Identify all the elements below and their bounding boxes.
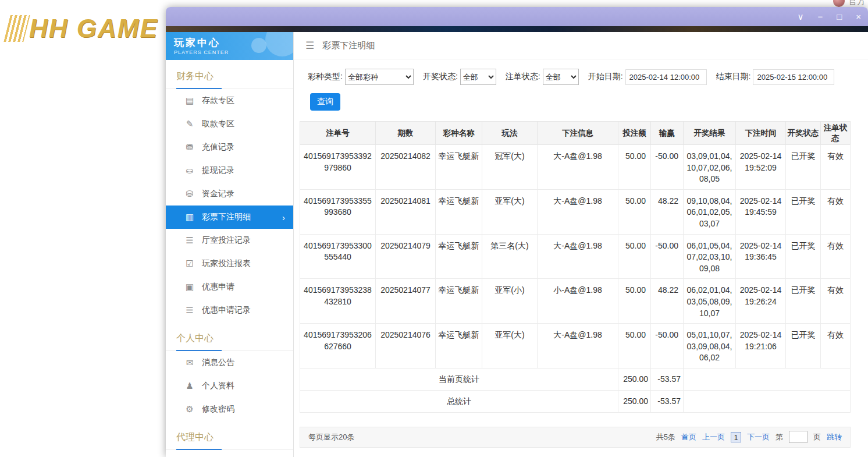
cell-play-type: 亚军(小) <box>482 279 538 324</box>
window-menu-button[interactable]: ∨ <box>797 12 803 21</box>
official-link[interactable]: 官方 <box>833 0 866 7</box>
first-page-link[interactable]: 首页 <box>681 432 696 442</box>
current-page-button[interactable]: 1 <box>731 432 741 442</box>
cell-bet-id: 401569173953238432810 <box>300 279 376 324</box>
cell-bet-id: 401569173953206627660 <box>300 324 376 369</box>
sidebar-item-label: 彩票下注明细 <box>202 212 251 222</box>
summary-label: 总统计 <box>300 390 618 412</box>
jump-link[interactable]: 跳转 <box>827 432 842 442</box>
next-page-link[interactable]: 下一页 <box>747 432 770 442</box>
cell-bet-status: 有效 <box>821 234 851 279</box>
section-agent-center: 代理中心 <box>166 427 293 450</box>
cell-bet-amount: 50.00 <box>618 145 651 190</box>
sidebar-item-withdrawal-record[interactable]: ⛀ 提现记录 <box>166 159 293 182</box>
sidebar-item-promo-apply[interactable]: ▣ 优惠申请 <box>166 275 293 299</box>
col-bet-time: 下注时间 <box>736 122 786 145</box>
col-draw-result: 开奖结果 <box>684 122 736 145</box>
sidebar-item-lottery-bet-detail[interactable]: ▥ 彩票下注明细 › <box>166 206 293 229</box>
summary-winloss-total: -53.57 <box>651 390 684 412</box>
col-winloss: 输赢 <box>651 122 684 145</box>
sidebar-item-change-password[interactable]: ⚙ 修改密码 <box>166 398 293 421</box>
cell-bet-id: 401569173953392979860 <box>300 145 376 190</box>
cell-play-type: 亚军(大) <box>482 189 538 234</box>
promo-apply-icon: ▣ <box>183 282 196 292</box>
globe-icon <box>833 0 845 7</box>
table-row: 401569173953392979860 20250214082 幸运飞艇新 … <box>300 145 851 190</box>
cell-lottery-name: 幸运飞艇新 <box>436 324 482 369</box>
section-finance-center: 财务中心 <box>166 66 293 89</box>
sidebar-item-promo-record[interactable]: ☰ 优惠申请记录 <box>166 299 293 322</box>
menu-toggle-icon[interactable]: ☰ <box>305 40 314 52</box>
cell-period: 20250214082 <box>376 145 436 190</box>
cell-bet-info: 大-A盘@1.98 <box>538 324 618 369</box>
cell-draw-status: 已开奖 <box>786 279 821 324</box>
site-logo: HH GAME <box>7 14 158 43</box>
cell-play-type: 第三名(大) <box>482 234 538 279</box>
summary-label: 当前页统计 <box>300 368 618 390</box>
prev-page-link[interactable]: 上一页 <box>702 432 725 442</box>
sidebar-item-announcements[interactable]: ✉ 消息公告 <box>166 351 293 374</box>
filter-panel: 彩种类型: 全部彩种 开奖状态: 全部 注单状态: <box>294 59 868 119</box>
profile-icon: ♟ <box>183 381 196 391</box>
password-icon: ⚙ <box>183 404 196 415</box>
sidebar-item-label: 消息公告 <box>202 357 234 368</box>
sidebar-item-funds-record[interactable]: ⛁ 资金记录 <box>166 182 293 206</box>
cell-winloss: -50.00 <box>651 234 684 279</box>
sidebar-item-deposit[interactable]: ▤ 存款专区 <box>166 89 293 112</box>
screen: HH GAME 官方 ∨ − □ × 玩家中心 PLAYERS CENTER 财… <box>0 0 868 457</box>
funds-record-icon: ⛁ <box>183 189 196 199</box>
cell-bet-time: 2025-02-14 19:52:09 <box>736 145 786 190</box>
window-close-button[interactable]: × <box>856 12 861 21</box>
app-window: ∨ − □ × 玩家中心 PLAYERS CENTER 财务中心 ▤ 存款专区 <box>166 7 868 457</box>
window-maximize-button[interactable]: □ <box>837 12 842 21</box>
bet-table: 注单号 期数 彩种名称 玩法 下注信息 投注额 输赢 开奖结果 下注时间 开奖状… <box>300 121 851 413</box>
official-label: 官方 <box>848 0 866 7</box>
sidebar-item-recharge-record[interactable]: ⛃ 充值记录 <box>166 136 293 159</box>
cell-bet-time: 2025-02-14 19:36:45 <box>736 234 786 279</box>
page-summary-row: 当前页统计 250.00 -53.57 <box>300 368 851 390</box>
site-logo-text: HH GAME <box>29 14 158 43</box>
cell-bet-status: 有效 <box>821 145 851 190</box>
window-titlebar[interactable]: ∨ − □ × <box>166 7 868 26</box>
lottery-bet-detail-icon: ▥ <box>183 212 196 222</box>
sidebar-item-profile[interactable]: ♟ 个人资料 <box>166 374 293 398</box>
logo-bars-icon <box>3 15 30 42</box>
draw-status-label: 开奖状态: <box>423 72 458 82</box>
sidebar-item-withdraw[interactable]: ✎ 取款专区 <box>166 112 293 136</box>
end-date-input[interactable] <box>753 69 834 85</box>
col-bet-info: 下注信息 <box>538 122 618 145</box>
col-bet-amount: 投注额 <box>618 122 651 145</box>
draw-status-select[interactable]: 全部 <box>460 69 496 85</box>
lottery-type-select[interactable]: 全部彩种 <box>345 69 414 85</box>
start-date-label: 开始日期: <box>588 72 623 82</box>
sidebar-item-label: 存款专区 <box>202 95 234 106</box>
cell-bet-info: 小-A盘@1.98 <box>538 279 618 324</box>
window-minimize-button[interactable]: − <box>817 12 823 21</box>
cell-winloss: -50.00 <box>651 145 684 190</box>
cell-draw-result: 06,01,05,04,07,02,03,10,09,08 <box>684 234 736 279</box>
goto-suffix-text: 页 <box>813 432 821 442</box>
cell-bet-info: 大-A盘@1.98 <box>538 145 618 190</box>
query-button[interactable]: 查询 <box>310 93 340 111</box>
cell-period: 20250214081 <box>376 189 436 234</box>
cell-winloss: 48.22 <box>651 189 684 234</box>
cell-draw-status: 已开奖 <box>786 234 821 279</box>
section-personal-center: 个人中心 <box>166 328 293 351</box>
main-topbar: ☰ 彩票下注明细 <box>294 32 868 59</box>
window-body: 玩家中心 PLAYERS CENTER 财务中心 ▤ 存款专区 ✎ 取款专区 ⛃ <box>166 32 868 457</box>
cell-bet-id: 401569173953300555440 <box>300 234 376 279</box>
cell-bet-time: 2025-02-14 19:26:24 <box>736 279 786 324</box>
cell-bet-amount: 50.00 <box>618 189 651 234</box>
sidebar-item-player-report[interactable]: ☑ 玩家投注报表 <box>166 252 293 275</box>
summary-bet-total: 250.00 <box>618 390 651 412</box>
sidebar-item-hall-bet-record[interactable]: ☰ 厅室投注记录 <box>166 229 293 252</box>
sidebar-item-label: 修改密码 <box>202 404 234 415</box>
start-date-input[interactable] <box>625 69 707 85</box>
sidebar-item-label: 充值记录 <box>202 142 234 153</box>
page-number-input[interactable] <box>789 431 807 443</box>
lottery-type-label: 彩种类型: <box>308 72 343 82</box>
withdrawal-record-icon: ⛀ <box>183 165 196 176</box>
bet-status-select[interactable]: 全部 <box>543 69 579 85</box>
finance-menu: ▤ 存款专区 ✎ 取款专区 ⛃ 充值记录 ⛀ 提现记录 <box>166 89 293 322</box>
col-period: 期数 <box>376 122 436 145</box>
